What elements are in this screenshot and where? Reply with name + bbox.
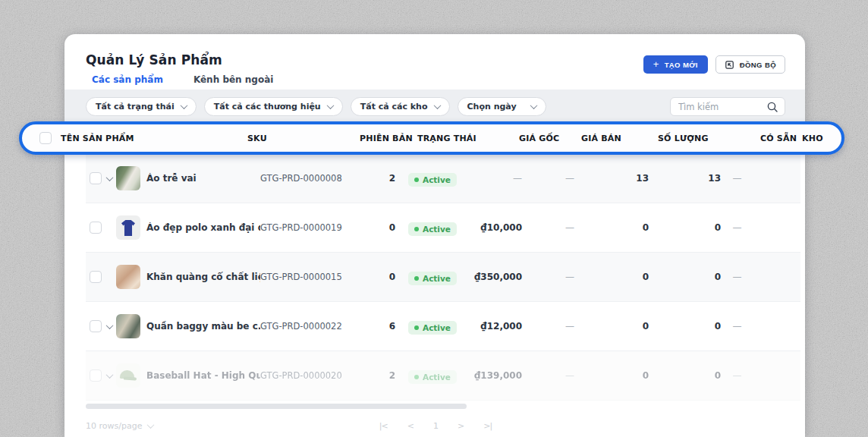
status-cell: Active — [395, 171, 464, 187]
table-footer: 10 rows/page |<<1>>| — [86, 416, 785, 435]
product-version-count: 6 — [359, 321, 395, 332]
table-row[interactable]: Áo trễ vai ••• GTG-PRD-0000008 2 Active … — [86, 154, 800, 203]
sale-price-value: — — [522, 321, 574, 332]
chevron-down-icon — [530, 102, 537, 109]
column-header-cost-price: GIÁ GỐC — [519, 134, 559, 143]
product-name: Quần baggy màu be c... — [146, 321, 260, 332]
horizontal-scrollbar[interactable] — [86, 404, 467, 409]
status-dot-icon — [414, 375, 419, 379]
status-label: Active — [423, 323, 451, 332]
status-cell: Active — [395, 319, 464, 335]
column-header-product-name: TÊN SẢN PHẨM — [61, 134, 134, 143]
filter-date-label: Chọn ngày — [467, 102, 517, 112]
chevron-down-icon — [180, 102, 187, 109]
expand-row-control[interactable] — [102, 324, 116, 329]
product-thumbnail — [116, 363, 140, 388]
status-dot-icon — [414, 227, 419, 231]
product-thumbnail — [116, 215, 140, 240]
product-name: Baseball Hat - High Quality a... — [146, 370, 260, 381]
product-sku: GTG-PRD-0000020 — [260, 370, 359, 381]
product-thumbnail — [116, 265, 140, 289]
column-header-available: CÓ SẴN — [760, 134, 797, 143]
product-name-cell: Áo đẹp polo xanh đại dương... ••• — [143, 222, 260, 233]
create-new-button[interactable]: + TẠO MỚI — [643, 55, 708, 74]
filter-bar: Tất cả trạng thái Tất cả các thương hiệu… — [64, 90, 805, 124]
row-checkbox[interactable] — [90, 271, 102, 283]
quantity-value: 0 — [574, 370, 649, 381]
pagination-control[interactable]: > — [458, 421, 464, 431]
row-checkbox[interactable] — [90, 369, 102, 382]
top-actions: + TẠO MỚI ĐỒNG BỘ — [643, 55, 785, 74]
filter-warehouse-dropdown[interactable]: Tất cả các kho — [351, 97, 450, 116]
product-table-body: Áo trễ vai ••• GTG-PRD-0000008 2 Active … — [86, 154, 800, 401]
quantity-value: 13 — [574, 173, 649, 184]
pagination-page-number[interactable]: 1 — [433, 421, 438, 431]
cost-price-value: ₫350,000 — [464, 272, 522, 282]
status-badge: Active — [408, 272, 457, 285]
filter-warehouse-label: Tất cả các kho — [360, 102, 428, 112]
product-management-card: Quản Lý Sản Phẩm + TẠO MỚI ĐỒNG BỘ Các s… — [64, 34, 805, 437]
column-header-version: PHIÊN BẢN — [360, 134, 413, 143]
product-name-cell: Quần baggy màu be c... ••• — [143, 321, 260, 332]
product-name: Áo trễ vai — [146, 173, 197, 184]
available-value: 13 — [649, 173, 721, 184]
warehouse-value: — — [721, 173, 753, 184]
row-checkbox[interactable] — [90, 222, 102, 234]
quantity-value: 0 — [574, 272, 649, 282]
page-title: Quản Lý Sản Phẩm — [86, 52, 222, 68]
column-header-quantity: SỐ LƯỢNG — [658, 134, 709, 143]
product-name: Khăn quàng cổ chất liệu len ... — [146, 272, 260, 282]
status-badge: Active — [408, 173, 457, 187]
product-name-cell: Baseball Hat - High Quality a... ••• — [143, 370, 260, 381]
product-version-count: 2 — [359, 173, 395, 184]
table-header-row-highlighted: TÊN SẢN PHẨM SKU PHIÊN BẢN TRẠNG THÁI GI… — [19, 121, 844, 155]
quantity-value: 0 — [574, 321, 649, 332]
pagination-control[interactable]: >| — [483, 421, 492, 431]
sync-import-icon — [725, 60, 734, 70]
sync-button[interactable]: ĐỒNG BỘ — [715, 55, 785, 74]
table-row[interactable]: Quần baggy màu be c... ••• GTG-PRD-00000… — [86, 302, 800, 351]
table-row[interactable]: Áo đẹp polo xanh đại dương... ••• GTG-PR… — [86, 203, 800, 253]
create-new-label: TẠO MỚI — [665, 61, 698, 69]
cost-price-value: — — [464, 173, 522, 184]
column-header-sku: SKU — [247, 134, 267, 143]
sale-price-value: — — [522, 222, 574, 233]
table-row[interactable]: Khăn quàng cổ chất liệu len ... ••• GTG-… — [86, 253, 800, 302]
column-header-sale-price: GIÁ BÁN — [581, 134, 621, 143]
sync-label: ĐỒNG BỘ — [740, 61, 776, 69]
status-cell: Active — [395, 269, 464, 285]
expand-row-control[interactable] — [102, 373, 116, 379]
search-icon[interactable] — [766, 101, 778, 113]
quantity-value: 0 — [574, 222, 649, 233]
status-dot-icon — [414, 325, 419, 330]
filter-status-dropdown[interactable]: Tất cả trạng thái — [86, 97, 197, 116]
row-checkbox[interactable] — [90, 320, 102, 332]
cost-price-value: ₫12,000 — [464, 321, 522, 332]
expand-row-control[interactable] — [102, 176, 116, 181]
chevron-down-icon — [105, 322, 113, 329]
select-all-checkbox[interactable] — [39, 132, 52, 144]
rows-per-page-selector[interactable]: 10 rows/page — [86, 421, 153, 431]
pagination-control[interactable]: < — [407, 421, 414, 431]
search-input[interactable] — [678, 102, 766, 112]
cost-price-value: ₫139,000 — [464, 370, 522, 381]
available-value: 0 — [649, 321, 721, 332]
filter-brand-label: Tất cả các thương hiệu — [214, 102, 321, 112]
product-name-cell: Khăn quàng cổ chất liệu len ... ••• — [143, 272, 260, 282]
status-cell: Active — [395, 368, 464, 384]
status-badge: Active — [408, 321, 457, 335]
filter-date-dropdown[interactable]: Chọn ngày — [458, 97, 546, 116]
sale-price-value: — — [522, 370, 574, 381]
status-label: Active — [423, 274, 451, 283]
status-label: Active — [423, 373, 451, 382]
pagination-control[interactable]: |< — [379, 421, 388, 431]
chevron-down-icon — [433, 102, 441, 109]
filter-brand-dropdown[interactable]: Tất cả các thương hiệu — [204, 97, 343, 116]
column-header-status: TRẠNG THÁI — [417, 134, 476, 143]
column-header-warehouse: KHO — [802, 134, 823, 143]
status-cell: Active — [395, 220, 464, 236]
row-checkbox[interactable] — [90, 172, 102, 184]
status-label: Active — [423, 225, 451, 234]
product-name: Áo đẹp polo xanh đại dương... — [146, 222, 260, 233]
table-row[interactable]: Baseball Hat - High Quality a... ••• GTG… — [86, 351, 800, 401]
